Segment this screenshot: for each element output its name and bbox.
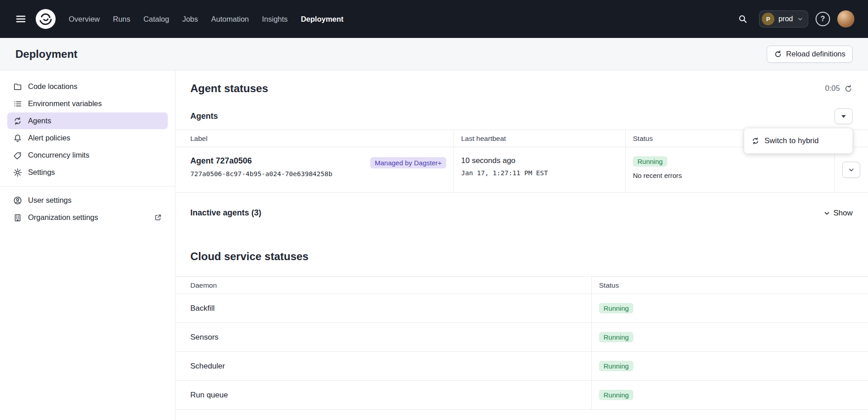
agent-row-actions-cell	[835, 147, 868, 192]
nav-item-deployment[interactable]: Deployment	[301, 15, 343, 23]
search-icon[interactable]	[734, 10, 752, 28]
service-row-run-queue: Run queue Running	[175, 381, 868, 410]
nav-items: Overview Runs Catalog Jobs Automation In…	[69, 15, 344, 23]
user-icon	[13, 196, 22, 205]
menu-item-label: Switch to hybrid	[764, 136, 819, 145]
nav-item-insights[interactable]: Insights	[262, 15, 288, 23]
agent-row: Agent 727a0506 727a0506-8c97-4b95-a024-7…	[175, 147, 868, 193]
menu-icon[interactable]	[11, 9, 31, 29]
page-header: Deployment Reload definitions	[0, 38, 868, 70]
sidebar-divider	[0, 186, 175, 187]
user-avatar[interactable]	[837, 10, 854, 28]
sidebar-item-concurrency-limits[interactable]: Concurrency limits	[7, 147, 168, 163]
column-header-label: Label	[175, 130, 454, 147]
sidebar-item-label: Environment variables	[28, 99, 102, 108]
page-title: Deployment	[15, 48, 77, 61]
cloud-services-title: Cloud service statuses	[190, 250, 868, 263]
daemon-status-cell: Running	[592, 352, 868, 380]
daemon-name: Run queue	[175, 381, 592, 409]
sidebar-item-label: User settings	[28, 196, 71, 205]
help-icon[interactable]: ?	[816, 12, 830, 26]
agent-label-cell: Agent 727a0506 727a0506-8c97-4b95-a024-7…	[175, 147, 454, 192]
menu-item-switch-to-hybrid[interactable]: Switch to hybrid	[744, 132, 853, 150]
agent-name: Agent 727a0506	[190, 156, 332, 166]
deployment-switcher[interactable]: P prod	[759, 10, 808, 28]
daemon-name: Scheduler	[175, 352, 592, 380]
agent-row-menu-button[interactable]	[842, 162, 860, 178]
inactive-agents-label: Inactive agents (3)	[190, 208, 261, 218]
nav-item-overview[interactable]: Overview	[69, 15, 100, 23]
nav-item-runs[interactable]: Runs	[113, 15, 131, 23]
status-badge: Running	[599, 332, 633, 342]
agent-identity: Agent 727a0506 727a0506-8c97-4b95-a024-7…	[190, 156, 332, 177]
column-header-status: Status	[592, 277, 868, 294]
deployment-avatar: P	[762, 13, 774, 25]
reload-icon	[774, 50, 782, 58]
status-badge: Running	[599, 361, 633, 371]
reload-definitions-label: Reload definitions	[786, 50, 845, 58]
nav-item-automation[interactable]: Automation	[211, 15, 249, 23]
sidebar-item-environment-variables[interactable]: Environment variables	[7, 95, 168, 112]
agent-id: 727a0506-8c97-4b95-a024-70e63984258b	[190, 170, 332, 177]
chevron-down-icon	[823, 210, 830, 217]
sidebar-item-label: Organization settings	[28, 213, 98, 222]
agents-section-title: Agents	[190, 112, 218, 121]
rows-icon	[13, 99, 22, 108]
sidebar-item-settings[interactable]: Settings	[7, 164, 168, 181]
building-icon	[13, 213, 22, 222]
service-row-backfill: Backfill Running	[175, 294, 868, 323]
agent-sync-icon	[13, 117, 22, 126]
sidebar-item-label: Agents	[28, 117, 51, 125]
heartbeat-timestamp: Jan 17, 1:27:11 PM EST	[461, 169, 618, 177]
nav-item-jobs[interactable]: Jobs	[182, 15, 198, 23]
service-row-sensors: Sensors Running	[175, 323, 868, 352]
daemon-name: Sensors	[175, 323, 592, 351]
status-note: No recent errors	[633, 172, 827, 179]
bell-icon	[13, 134, 22, 143]
sidebar-item-organization-settings[interactable]: Organization settings	[7, 209, 168, 226]
tag-icon	[13, 151, 22, 160]
status-badge: Running	[633, 156, 667, 167]
reload-definitions-button[interactable]: Reload definitions	[767, 46, 853, 63]
daemon-status-cell: Running	[592, 323, 868, 351]
sidebar-item-alert-policies[interactable]: Alert policies	[7, 130, 168, 146]
show-inactive-agents-button[interactable]: Show	[823, 209, 853, 218]
column-header-last-heartbeat: Last heartbeat	[454, 130, 626, 147]
sidebar-item-code-locations[interactable]: Code locations	[7, 78, 168, 95]
top-navigation: Overview Runs Catalog Jobs Automation In…	[0, 0, 868, 38]
sidebar-item-user-settings[interactable]: User settings	[7, 192, 168, 209]
gear-icon	[13, 168, 22, 177]
sidebar-item-label: Settings	[28, 168, 55, 177]
deployment-name: prod	[778, 15, 793, 23]
show-label: Show	[833, 209, 853, 218]
status-badge: Running	[599, 390, 633, 400]
external-link-icon	[154, 214, 162, 221]
agent-status-cell: Running No recent errors	[626, 147, 835, 192]
topnav-right-cluster: P prod ?	[734, 10, 854, 28]
agent-actions-menu: Switch to hybrid	[744, 128, 853, 154]
status-badge: Running	[599, 303, 633, 313]
daemon-name: Backfill	[175, 294, 592, 322]
sidebar-item-label: Code locations	[28, 82, 77, 91]
sidebar-item-label: Concurrency limits	[28, 151, 90, 159]
refresh-timer[interactable]: 0:05	[825, 84, 853, 93]
heartbeat-relative: 10 seconds ago	[461, 156, 618, 165]
managed-badge: Managed by Dagster+	[370, 157, 446, 168]
sync-icon	[751, 137, 760, 145]
deployment-sidebar: Code locations Environment variables Age…	[0, 70, 175, 420]
sidebar-item-label: Alert policies	[28, 134, 71, 142]
service-row-scheduler: Scheduler Running	[175, 352, 868, 381]
content-area: Code locations Environment variables Age…	[0, 70, 868, 420]
agent-statuses-title: Agent statuses	[190, 82, 268, 95]
services-table-header: Daemon Status	[175, 277, 868, 294]
nav-item-catalog[interactable]: Catalog	[143, 15, 169, 23]
agent-heartbeat-cell: 10 seconds ago Jan 17, 1:27:11 PM EST	[454, 147, 626, 192]
agent-statuses-header: Agent statuses 0:05	[190, 82, 853, 95]
dagster-logo-icon	[34, 8, 57, 30]
agent-actions-dropdown-button[interactable]	[835, 108, 853, 124]
cloud-services-table: Daemon Status Backfill Running Sensors R…	[175, 276, 868, 410]
main-panel: Agent statuses 0:05 Agents Label Last he…	[175, 70, 868, 420]
caret-down-icon	[841, 115, 846, 118]
sidebar-item-agents[interactable]: Agents	[7, 112, 168, 129]
refresh-icon	[844, 84, 853, 93]
